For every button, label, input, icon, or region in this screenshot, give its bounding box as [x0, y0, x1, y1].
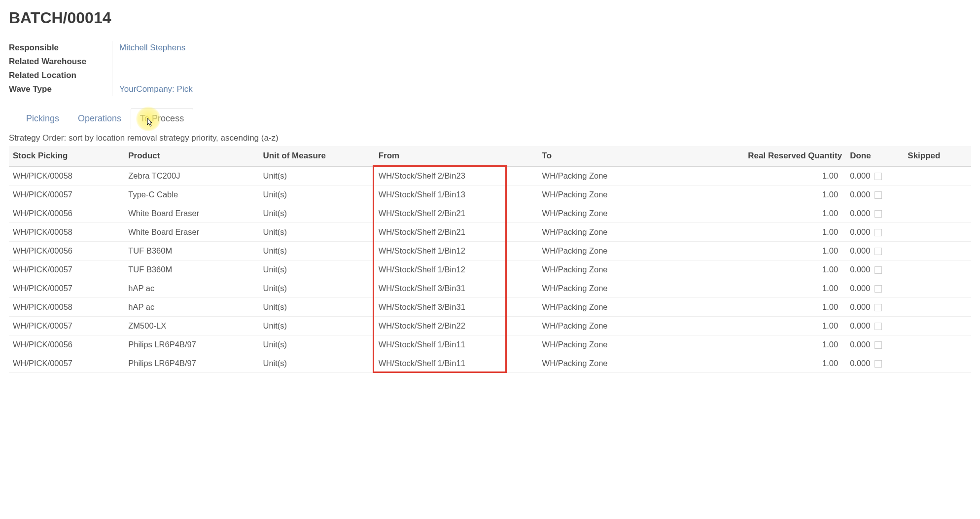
tab-pickings[interactable]: Pickings	[17, 108, 69, 129]
info-block: Responsible Related Warehouse Related Lo…	[9, 41, 971, 96]
cell-done: 0.000	[846, 354, 904, 373]
cell-skipped	[904, 279, 971, 298]
col-reserved-qty[interactable]: Real Reserved Quantity	[701, 146, 846, 166]
label-wave-type: Wave Type	[9, 82, 112, 96]
cell-qty: 1.00	[701, 223, 846, 242]
cell-to: WH/Packing Zone	[538, 166, 702, 185]
cell-from: WH/Stock/Shelf 2/Bin23	[375, 166, 538, 185]
cell-from: WH/Stock/Shelf 2/Bin21	[375, 204, 538, 223]
cell-skipped	[904, 204, 971, 223]
skipped-checkbox[interactable]	[875, 248, 882, 255]
cell-from: WH/Stock/Shelf 2/Bin21	[375, 223, 538, 242]
cell-skipped	[904, 242, 971, 260]
table-row[interactable]: WH/PICK/00057TUF B360MUnit(s)WH/Stock/Sh…	[9, 260, 971, 279]
cell-qty: 1.00	[701, 298, 846, 317]
cell-from: WH/Stock/Shelf 1/Bin12	[375, 242, 538, 260]
cell-picking: WH/PICK/00056	[9, 204, 124, 223]
cell-product: ZM500-LX	[124, 317, 259, 335]
cell-done: 0.000	[846, 185, 904, 204]
value-related-warehouse	[119, 55, 193, 69]
cell-product: hAP ac	[124, 279, 259, 298]
cell-done: 0.000	[846, 166, 904, 185]
cell-qty: 1.00	[701, 166, 846, 185]
col-to[interactable]: To	[538, 146, 702, 166]
cell-uom: Unit(s)	[259, 279, 375, 298]
cell-qty: 1.00	[701, 242, 846, 260]
cell-uom: Unit(s)	[259, 185, 375, 204]
cell-product: hAP ac	[124, 298, 259, 317]
skipped-checkbox[interactable]	[875, 229, 882, 236]
cell-to: WH/Packing Zone	[538, 298, 702, 317]
value-wave-type[interactable]: YourCompany: Pick	[119, 82, 193, 96]
cell-product: White Board Eraser	[124, 223, 259, 242]
cell-from: WH/Stock/Shelf 1/Bin11	[375, 354, 538, 373]
table-row[interactable]: WH/PICK/00058Zebra TC200JUnit(s)WH/Stock…	[9, 166, 971, 185]
skipped-checkbox[interactable]	[875, 341, 882, 349]
col-stock-picking[interactable]: Stock Picking	[9, 146, 124, 166]
cell-qty: 1.00	[701, 317, 846, 335]
cell-from: WH/Stock/Shelf 1/Bin13	[375, 185, 538, 204]
cell-product: TUF B360M	[124, 242, 259, 260]
col-skipped[interactable]: Skipped	[904, 146, 971, 166]
cell-done: 0.000	[846, 223, 904, 242]
skipped-checkbox[interactable]	[875, 191, 882, 199]
table-body: WH/PICK/00058Zebra TC200JUnit(s)WH/Stock…	[9, 166, 971, 373]
skipped-checkbox[interactable]	[875, 285, 882, 293]
strategy-order-text: Strategy Order: sort by location removal…	[9, 129, 971, 146]
table-row[interactable]: WH/PICK/00056White Board EraserUnit(s)WH…	[9, 204, 971, 223]
skipped-checkbox[interactable]	[875, 323, 882, 330]
cell-done: 0.000	[846, 204, 904, 223]
cell-done: 0.000	[846, 298, 904, 317]
cell-product: Philips LR6P4B/97	[124, 335, 259, 354]
cell-to: WH/Packing Zone	[538, 317, 702, 335]
col-from[interactable]: From	[375, 146, 538, 166]
cell-uom: Unit(s)	[259, 204, 375, 223]
col-product[interactable]: Product	[124, 146, 259, 166]
cell-qty: 1.00	[701, 335, 846, 354]
label-related-warehouse: Related Warehouse	[9, 55, 112, 69]
cell-done: 0.000	[846, 335, 904, 354]
label-responsible: Responsible	[9, 41, 112, 55]
tabs: Pickings Operations To Process	[9, 108, 971, 129]
table-row[interactable]: WH/PICK/00058hAP acUnit(s)WH/Stock/Shelf…	[9, 298, 971, 317]
value-responsible[interactable]: Mitchell Stephens	[119, 41, 193, 55]
cell-skipped	[904, 317, 971, 335]
cell-picking: WH/PICK/00056	[9, 242, 124, 260]
cell-product: Type-C Cable	[124, 185, 259, 204]
cell-to: WH/Packing Zone	[538, 279, 702, 298]
tab-to-process[interactable]: To Process	[131, 108, 193, 129]
table-row[interactable]: WH/PICK/00056TUF B360MUnit(s)WH/Stock/Sh…	[9, 242, 971, 260]
page-title: BATCH/00014	[9, 9, 971, 27]
skipped-checkbox[interactable]	[875, 173, 882, 180]
skipped-checkbox[interactable]	[875, 210, 882, 218]
cell-from: WH/Stock/Shelf 1/Bin12	[375, 260, 538, 279]
table-row[interactable]: WH/PICK/00057Philips LR6P4B/97Unit(s)WH/…	[9, 354, 971, 373]
cell-from: WH/Stock/Shelf 3/Bin31	[375, 298, 538, 317]
col-done[interactable]: Done	[846, 146, 904, 166]
skipped-checkbox[interactable]	[875, 266, 882, 274]
skipped-checkbox[interactable]	[875, 360, 882, 368]
cell-qty: 1.00	[701, 354, 846, 373]
col-uom[interactable]: Unit of Measure	[259, 146, 375, 166]
table-row[interactable]: WH/PICK/00057ZM500-LXUnit(s)WH/Stock/She…	[9, 317, 971, 335]
cell-uom: Unit(s)	[259, 242, 375, 260]
cell-uom: Unit(s)	[259, 166, 375, 185]
skipped-checkbox[interactable]	[875, 304, 882, 311]
table-row[interactable]: WH/PICK/00057hAP acUnit(s)WH/Stock/Shelf…	[9, 279, 971, 298]
cell-to: WH/Packing Zone	[538, 354, 702, 373]
tab-operations[interactable]: Operations	[69, 108, 131, 129]
cell-skipped	[904, 260, 971, 279]
cell-uom: Unit(s)	[259, 317, 375, 335]
cell-skipped	[904, 335, 971, 354]
cell-picking: WH/PICK/00057	[9, 260, 124, 279]
cell-product: TUF B360M	[124, 260, 259, 279]
table-row[interactable]: WH/PICK/00056Philips LR6P4B/97Unit(s)WH/…	[9, 335, 971, 354]
cell-product: Zebra TC200J	[124, 166, 259, 185]
cell-from: WH/Stock/Shelf 1/Bin11	[375, 335, 538, 354]
table-row[interactable]: WH/PICK/00058White Board EraserUnit(s)WH…	[9, 223, 971, 242]
cell-qty: 1.00	[701, 185, 846, 204]
table-row[interactable]: WH/PICK/00057Type-C CableUnit(s)WH/Stock…	[9, 185, 971, 204]
table-header-row: Stock Picking Product Unit of Measure Fr…	[9, 146, 971, 166]
cell-skipped	[904, 185, 971, 204]
cell-product: Philips LR6P4B/97	[124, 354, 259, 373]
